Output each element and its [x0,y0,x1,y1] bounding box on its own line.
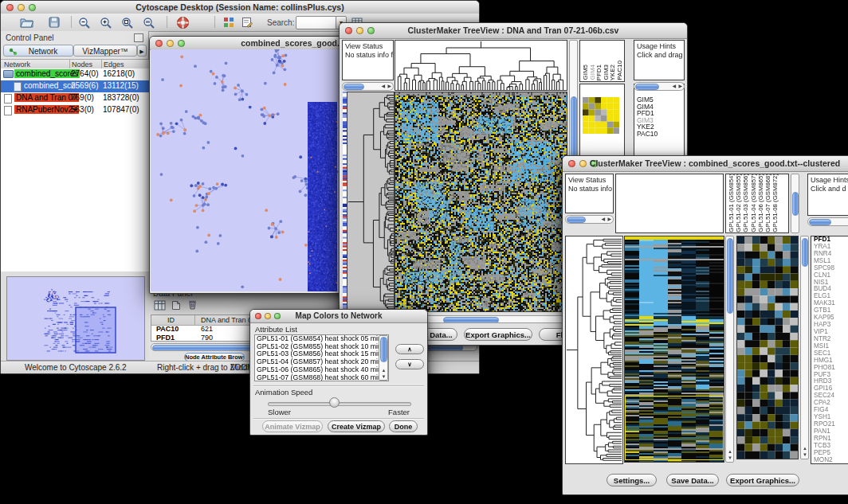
tv2-usagehints-hscrollbar[interactable] [807,217,848,226]
scroll-right-arrow[interactable]: ▶ [607,217,611,221]
zoom-fit-icon[interactable] [143,17,155,32]
hscroll-thumb[interactable] [567,217,586,223]
column-label[interactable]: GPL51-04 (GSM857) [750,174,757,232]
dialog-button[interactable]: Done [389,420,418,432]
tv1-viewstatus-hscrollbar[interactable]: ◀ ▶ [342,82,394,91]
tv2-zoom-vscrollbar[interactable]: ▲ ▼ [800,236,809,459]
zoom-in-icon[interactable] [100,17,112,32]
status-welcome: Welcome to Cytoscape 2.6.2 [25,363,127,372]
tv2-button[interactable]: Export Graphics... [726,474,799,486]
tv2-top-vscrollbar[interactable] [791,174,799,233]
scroll-left-arrow[interactable]: ◀ [672,84,676,88]
vizmap-shortcut-icon[interactable] [223,17,235,31]
treeview1-title: ClusterMaker TreeView : DNA and Tran 07-… [340,25,687,35]
main-titlebar[interactable]: Cytoscape Desktop (Session Name: collins… [1,1,479,14]
faster-label: Faster [388,408,410,416]
hscroll-thumb[interactable] [809,219,831,225]
main-window-title: Cytoscape Desktop (Session Name: collins… [1,2,479,12]
annotation-icon[interactable] [241,17,253,31]
dialog-titlebar[interactable]: Map Colors to Network [250,310,427,323]
tv2-zoom-heatmap[interactable] [737,236,798,459]
tv1-row-dendrogram[interactable] [347,92,394,311]
move-down-button[interactable]: ∨ [395,359,424,369]
animation-speed-slider-track[interactable] [268,402,411,406]
tv1-heatmap[interactable] [395,92,567,311]
column-label[interactable]: GPL51-03 (GSM856) [742,174,749,232]
attribute-list-label: Attribute List [255,325,297,334]
gene-label[interactable]: PAC10 [634,131,684,138]
hscroll-thumb[interactable] [443,317,499,323]
column-label[interactable]: GPL51-08 (GSM872) [771,174,779,232]
scroll-down-arrow[interactable]: ▼ [803,453,807,457]
column-label[interactable]: GPL51-01 (GSM854) [728,174,735,232]
zoom-out-icon[interactable] [78,17,91,32]
tv2-heatmap[interactable] [625,236,724,462]
column-label[interactable]: GPL51-06 (GSM865) [757,174,764,232]
tv2-viewstatus-hscrollbar[interactable]: ◀ ▶ [565,215,614,224]
network-row[interactable]: DNA and Tran 07 769(0) 183728(0) [1,92,149,104]
move-up-button[interactable]: ∧ [395,344,424,354]
usage-hints-title: Usage Hints [637,42,676,50]
save-icon[interactable] [49,17,60,31]
scroll-up-arrow[interactable]: ▲ [728,450,732,454]
delete-attribute-icon[interactable] [187,299,198,313]
scroll-down-arrow[interactable]: ▼ [382,375,387,379]
open-file-icon[interactable] [20,17,34,31]
column-label[interactable]: PAC10 [617,61,624,80]
treeview2-titlebar[interactable]: ClusterMaker TreeView : combined_scores_… [563,156,848,172]
search-input[interactable] [296,16,337,29]
new-attribute-icon[interactable] [171,299,181,314]
tab-vizmapper[interactable]: VizMapper™ [73,45,137,57]
tv1-usagehints-hscrollbar[interactable]: ◀ ▶ [634,82,685,91]
tv1-mini-heatmap[interactable] [583,97,619,134]
vscroll-thumb[interactable] [792,192,799,216]
control-panel: Control Panel Network VizMapper™ ▶ Netwo… [1,31,149,361]
attribute-listbox: GPL51-01 (GSM854) heat shock 05 minGPL51… [254,334,389,381]
vscroll-thumb[interactable] [380,337,387,362]
hscroll-thumb[interactable] [344,84,364,90]
hscroll-thumb[interactable] [635,84,659,90]
attribute-list-scrollbar[interactable]: ▲ ▼ [379,335,388,381]
scroll-right-arrow[interactable]: ▶ [678,84,682,88]
scroll-left-arrow[interactable]: ◀ [381,84,385,88]
animation-speed-slider-thumb[interactable] [329,397,340,408]
network-row[interactable]: combined_sco 2569(6) 13112(15) [1,80,149,92]
zoom-selected-icon[interactable] [121,17,134,32]
dialog-button[interactable]: Create Vizmap [328,420,385,432]
treeview1-titlebar[interactable]: ClusterMaker TreeView : DNA and Tran 07-… [340,23,687,39]
network-tab-icon [9,48,18,56]
scroll-up-arrow[interactable]: ▲ [803,447,807,451]
attribute-table-icon[interactable] [154,299,167,314]
attribute-option[interactable]: GPL51-07 (GSM868) heat shock 60 min [255,374,388,381]
tv1-column-labels: GIM5GIM4PFD1GIM3YKE2PAC10 [579,40,625,82]
tab-network[interactable]: Network [3,45,73,57]
scroll-down-arrow[interactable]: ▼ [728,456,732,460]
tv2-button[interactable]: Save Data... [666,474,719,486]
help-lifering-icon[interactable] [176,16,190,33]
tv1-column-dendrogram[interactable] [395,41,567,90]
vscroll-thumb[interactable] [802,238,808,267]
network-overview-thumbnail[interactable] [7,277,143,358]
network-row[interactable]: combined_scores 2764(0) 16218(0) [1,68,149,80]
network-name: combined_sco [22,81,77,90]
dialog-button[interactable]: Animate Vizmap [262,420,323,432]
separator [253,418,424,420]
scroll-up-arrow[interactable]: ▲ [382,369,387,373]
tv2-vscrollbar[interactable]: ▲ ▼ [725,236,734,463]
vscroll-thumb[interactable] [727,238,733,314]
network-name: RNAPuberNov2+ [14,105,79,114]
scroll-left-arrow[interactable]: ◀ [601,217,605,221]
column-label[interactable]: GPL51-07 (GSM868) [764,174,771,232]
tv2-row-dendrogram[interactable] [566,236,622,463]
treeview2-window: ClusterMaker TreeView : combined_scores_… [562,155,848,495]
tv1-column-dendrogram-panel [395,40,567,91]
float-panel-icon[interactable] [134,33,143,42]
tv1-button[interactable]: Export Graphics... [464,328,532,341]
tab-overflow-button[interactable]: ▶ [137,45,147,57]
tv2-column-dendrogram-panel[interactable] [615,174,724,233]
gene-label[interactable]: MON2 [811,457,848,464]
attribute-row-value: 621 [201,325,213,333]
tv2-button[interactable]: Settings... [607,474,657,486]
network-row[interactable]: RNAPuberNov2+ 563(0) 107847(0) [1,104,149,116]
scroll-right-arrow[interactable]: ▶ [387,84,391,88]
